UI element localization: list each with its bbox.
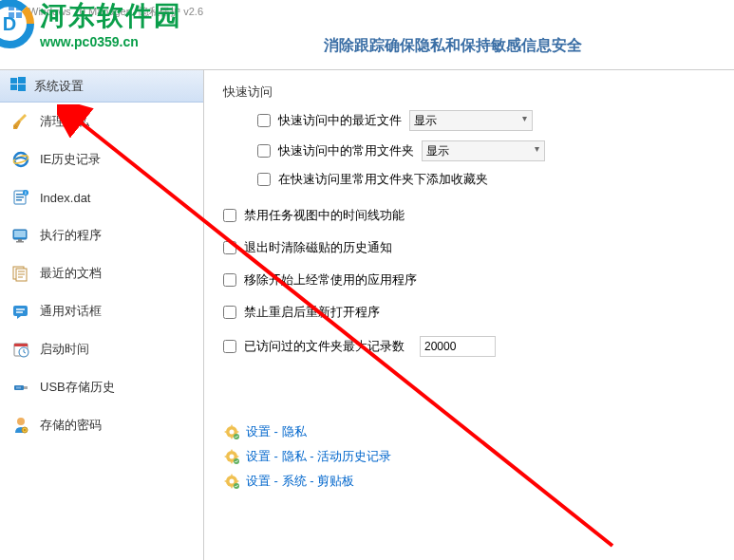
svg-rect-1 [16, 5, 22, 10]
header-title: 消除跟踪确保隐私和保持敏感信息安全 [0, 36, 734, 56]
links-section: 设置 - 隐私 设置 - 隐私 - 活动历史记录 [223, 423, 715, 490]
svg-rect-2 [9, 12, 14, 18]
usb-icon [11, 378, 30, 397]
svg-rect-0 [9, 5, 14, 10]
prevent-reopen-label: 禁止重启后重新打开程序 [244, 304, 380, 321]
main-options: 禁用任务视图中的时间线功能 退出时清除磁贴的历史通知 移除开始上经常使用的应用程… [223, 207, 715, 357]
sidebar-item-indexdat[interactable]: i Index.dat [0, 178, 203, 216]
sidebar-item-label: 存储的密码 [40, 417, 102, 434]
sidebar-item-executed[interactable]: 执行的程序 [0, 216, 203, 254]
window-title: Windows 10 Manager - 隐私保护 v2.6 [28, 5, 203, 19]
svg-rect-7 [10, 78, 17, 84]
sidebar-item-label: 清理隐私 [40, 113, 89, 130]
svg-rect-39 [24, 386, 28, 389]
sidebar-item-clean-privacy[interactable]: 清理隐私 [0, 103, 203, 140]
main-panel: 快速访问 快速访问中的最近文件 显示 快速访问中的常用文件夹 显示 [204, 70, 734, 560]
qa-recent-files-row: 快速访问中的最近文件 显示 [257, 110, 715, 131]
link-clipboard[interactable]: 设置 - 系统 - 剪贴板 [246, 473, 354, 490]
svg-rect-22 [14, 231, 26, 237]
remove-frequent-apps-label: 移除开始上经常使用的应用程序 [244, 271, 417, 289]
password-icon [11, 416, 30, 435]
remove-frequent-apps-row: 移除开始上经常使用的应用程序 [223, 271, 715, 289]
recentdoc-icon [11, 264, 30, 283]
app-icon [8, 4, 23, 19]
sidebar-item-label: 启动时间 [40, 341, 89, 358]
sidebar-item-starttime[interactable]: 启动时间 [0, 330, 203, 368]
link-privacy-row: 设置 - 隐私 [223, 423, 715, 440]
sidebar-item-label: 通用对话框 [40, 303, 102, 320]
svg-rect-17 [16, 196, 24, 198]
max-folder-record-checkbox[interactable] [223, 340, 236, 353]
qa-frequent-folders-label: 快速访问中的常用文件夹 [278, 142, 414, 159]
max-folder-record-input[interactable] [420, 336, 496, 357]
max-folder-record-label: 已访问过的文件夹最大记录数 [244, 338, 405, 355]
gear-icon [223, 423, 240, 440]
svg-rect-40 [16, 387, 21, 389]
prevent-reopen-checkbox[interactable] [223, 306, 236, 319]
svg-rect-3 [16, 12, 22, 18]
sidebar-item-label: IE历史记录 [40, 151, 101, 168]
quick-access-title: 快速访问 [223, 84, 715, 101]
exec-icon [11, 226, 30, 245]
svg-rect-34 [14, 344, 28, 346]
sidebar-header-label: 系统设置 [34, 78, 84, 95]
disable-timeline-checkbox[interactable] [223, 209, 236, 222]
max-folder-record-row: 已访问过的文件夹最大记录数 [223, 336, 715, 357]
svg-rect-43 [24, 429, 26, 431]
svg-rect-18 [16, 199, 22, 201]
ie-icon [11, 150, 30, 169]
svg-rect-30 [13, 306, 28, 316]
svg-point-51 [230, 479, 235, 484]
sidebar-item-ie-history[interactable]: IE历史记录 [0, 140, 203, 178]
qa-frequent-folders-checkbox[interactable] [257, 144, 271, 158]
remove-frequent-apps-checkbox[interactable] [223, 273, 236, 287]
sidebar-item-password[interactable]: 存储的密码 [0, 406, 203, 444]
prevent-reopen-row: 禁止重启后重新打开程序 [223, 304, 715, 321]
sidebar-item-label: USB存储历史 [40, 379, 115, 396]
indexdat-icon: i [11, 188, 30, 207]
sidebar-item-label: 最近的文档 [40, 265, 102, 282]
link-activity-row: 设置 - 隐私 - 活动历史记录 [223, 448, 715, 465]
broom-icon [11, 112, 30, 131]
svg-rect-8 [18, 77, 26, 84]
qa-recent-files-checkbox[interactable] [257, 114, 271, 127]
gear-icon [223, 473, 240, 490]
svg-point-48 [230, 455, 235, 459]
svg-point-45 [230, 430, 235, 435]
qa-frequent-folders-row: 快速访问中的常用文件夹 显示 [257, 140, 715, 161]
qa-add-favorites-row: 在快速访问里常用文件夹下添加收藏夹 [257, 171, 715, 188]
sidebar-item-label: Index.dat [40, 191, 91, 205]
qa-frequent-folders-dropdown[interactable]: 显示 [422, 140, 545, 161]
title-bar: Windows 10 Manager - 隐私保护 v2.6 [0, 0, 734, 23]
sidebar-header[interactable]: 系统设置 [0, 70, 203, 103]
sidebar-item-dialog[interactable]: 通用对话框 [0, 292, 203, 330]
sidebar-item-usb[interactable]: USB存储历史 [0, 368, 203, 406]
sidebar-item-label: 执行的程序 [40, 227, 102, 244]
svg-rect-16 [16, 194, 24, 196]
svg-rect-9 [10, 84, 17, 90]
dialog-icon [11, 302, 30, 321]
link-clipboard-row: 设置 - 系统 - 剪贴板 [223, 473, 715, 490]
clear-tile-history-label: 退出时清除磁贴的历史通知 [244, 239, 392, 256]
gear-icon [223, 448, 240, 465]
link-privacy[interactable]: 设置 - 隐私 [246, 423, 307, 440]
qa-add-favorites-checkbox[interactable] [257, 173, 271, 186]
svg-point-41 [17, 418, 25, 425]
qa-add-favorites-label: 在快速访问里常用文件夹下添加收藏夹 [278, 171, 488, 188]
header: 消除跟踪确保隐私和保持敏感信息安全 [0, 23, 734, 70]
quick-access-group: 快速访问中的最近文件 显示 快速访问中的常用文件夹 显示 在快速访问 [257, 110, 715, 188]
windows-icon [9, 76, 27, 96]
content-area: 系统设置 清理隐私 IE历史记录 [0, 70, 734, 560]
starttime-icon [11, 340, 30, 359]
svg-rect-10 [18, 84, 26, 91]
disable-timeline-label: 禁用任务视图中的时间线功能 [244, 207, 405, 224]
disable-timeline-row: 禁用任务视图中的时间线功能 [223, 207, 715, 224]
sidebar-item-recentdoc[interactable]: 最近的文档 [0, 254, 203, 292]
link-activity[interactable]: 设置 - 隐私 - 活动历史记录 [246, 448, 391, 465]
qa-recent-files-dropdown[interactable]: 显示 [409, 110, 533, 131]
qa-recent-files-label: 快速访问中的最近文件 [278, 112, 402, 129]
clear-tile-history-checkbox[interactable] [223, 241, 236, 254]
sidebar: 系统设置 清理隐私 IE历史记录 [0, 70, 204, 560]
svg-rect-24 [16, 241, 24, 243]
clear-tile-history-row: 退出时清除磁贴的历史通知 [223, 239, 715, 256]
